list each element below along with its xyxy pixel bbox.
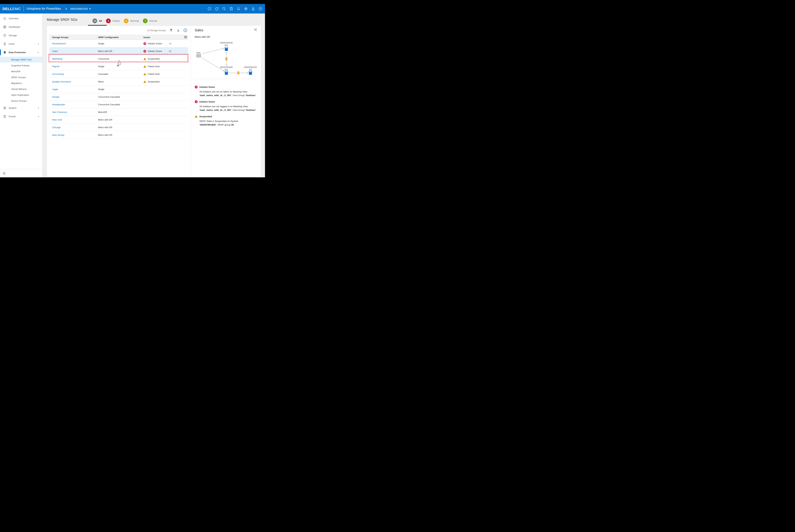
issue-suspended: SuspendedSRDF State is Suspended on Syst…: [195, 115, 255, 127]
warning-icon: [144, 80, 146, 83]
column-header-srdf-configuration[interactable]: SRDF Configuration: [96, 36, 142, 39]
error-icon: [195, 100, 197, 103]
info-icon[interactable]: [208, 7, 211, 11]
content-card: 13 Storage Groups Storage Groups SRDF Co…: [47, 26, 261, 177]
storage-groups-count: 13 Storage Groups: [147, 29, 166, 32]
tab-normal[interactable]: 7Normal: [143, 19, 157, 23]
system-selector[interactable]: 000220002163: [70, 7, 91, 10]
storage-group-link[interactable]: Accounting: [52, 73, 64, 75]
filter-icon[interactable]: [169, 28, 173, 32]
export-download-icon[interactable]: [176, 28, 180, 32]
issue-title: Initiator Down: [200, 100, 215, 103]
column-header-storage-groups[interactable]: Storage Groups: [49, 36, 96, 39]
table-row-quality-assurance[interactable]: Quality AssuranceMetroSuspended: [49, 78, 188, 86]
sidebar-subitem-device-groups[interactable]: Device Groups: [0, 98, 42, 104]
srdf-configuration-cell: Metro with DR: [96, 50, 142, 53]
sidebar-subitem-open-replication[interactable]: Open Replication: [0, 92, 42, 98]
detail-panel-title: Sales: [195, 28, 203, 32]
settings-gear-icon[interactable]: [244, 7, 248, 11]
detail-panel: Sales Metro with DR Host 000297903340 R2…: [190, 26, 261, 177]
issues-cell: Suspended: [142, 80, 188, 83]
sidebar-item-hosts[interactable]: Hosts: [0, 40, 42, 48]
sidebar-item-overview[interactable]: Overview: [0, 14, 42, 23]
sidebar-subitem-srdf-groups[interactable]: SRDF Groups: [0, 74, 42, 80]
table-row-headquarter[interactable]: HeadquarterConcurrent Cascaded: [49, 101, 188, 109]
table-row-payroll[interactable]: PayrollSingleFailed Over: [49, 63, 188, 70]
node-system-label: 000297903340: [220, 42, 233, 44]
sidebar-subitem-migrations[interactable]: Migrations: [0, 80, 42, 86]
severity-tabs: 13All2Critical4Warning7Normal: [93, 17, 157, 24]
sidebar-item-storage[interactable]: Storage: [0, 31, 42, 40]
storage-group-link[interactable]: Sales: [52, 50, 58, 53]
table-row-new-york[interactable]: New YorkMetro with DR: [49, 116, 188, 124]
table-row-accounting[interactable]: AccountingCascadedFailed Over: [49, 70, 188, 78]
sidebar-subitem-snapshot-policies[interactable]: Snapshot Policies: [0, 62, 42, 69]
table-row-san-francisco[interactable]: San FranciscoMetroDR: [49, 109, 188, 116]
node-role-label: R2: [249, 69, 252, 71]
sidebar-item-label: Storage: [9, 34, 17, 37]
dellemc-logo[interactable]: DELLEMC: [2, 7, 21, 11]
storage-group-link[interactable]: Chicago: [52, 126, 61, 129]
search-icon[interactable]: [222, 7, 226, 11]
storage-group-link[interactable]: New Jersey: [52, 134, 64, 136]
error-icon: [195, 86, 197, 89]
refresh-icon[interactable]: [215, 7, 219, 11]
storage-group-link[interactable]: Legal: [52, 88, 58, 91]
shield-icon: [3, 51, 6, 54]
notifications-bell-icon[interactable]: [237, 7, 241, 11]
column-separator: [142, 36, 142, 39]
sidebar-item-events[interactable]: Events: [0, 112, 42, 121]
storage-group-link[interactable]: San Francisco: [52, 111, 67, 113]
column-settings-icon[interactable]: [184, 36, 187, 39]
window-chrome: [0, 0, 265, 4]
close-icon[interactable]: [254, 28, 257, 31]
sidebar-item-data-protection[interactable]: Data Protection: [0, 48, 42, 57]
table-row-sales[interactable]: SalesMetro with DRInitiator Down+2: [49, 48, 188, 55]
column-header-issues[interactable]: Issues: [142, 36, 188, 39]
sidebar-subitem-metrodr[interactable]: MetroDR: [0, 69, 42, 74]
tab-all[interactable]: 13All: [93, 19, 102, 23]
storage-group-link[interactable]: Marketing: [52, 57, 62, 60]
tab-label: Normal: [149, 20, 157, 22]
warning-icon: [144, 73, 146, 76]
issue-initiator-down: Initiator DownAll Initiators are not log…: [195, 100, 255, 112]
table-row-chicago[interactable]: ChicagoMetro with DR: [49, 124, 188, 131]
job-list-icon[interactable]: [229, 7, 233, 11]
host-icon: [196, 54, 201, 57]
user-icon[interactable]: [251, 7, 255, 11]
help-icon[interactable]: ?: [259, 7, 262, 11]
storage-group-link[interactable]: Design: [52, 96, 59, 98]
unisphere-app: { "header": { "logo_bold": "DELL", "logo…: [0, 0, 265, 177]
issue-description: All Initiators are not on fabric on Mask…: [200, 90, 257, 97]
hosts-icon: [3, 42, 6, 45]
storage-group-link[interactable]: Headquarter: [52, 103, 65, 106]
sidebar-subitem-virtual-witness[interactable]: Virtual Witness: [0, 86, 42, 92]
srdf-configuration-cell: Single: [96, 88, 142, 91]
storage-group-link[interactable]: New York: [52, 118, 62, 121]
page-title: Manage SRDF SGs: [47, 18, 77, 22]
tab-warning[interactable]: 4Warning: [124, 19, 139, 23]
table-row-legal[interactable]: LegalSingle: [49, 86, 188, 93]
tab-critical[interactable]: 2Critical: [106, 19, 119, 23]
table-row-design[interactable]: DesignConcurrent Cascaded: [49, 93, 188, 101]
sidebar-item-system[interactable]: System: [0, 104, 42, 112]
sidebar-item-label: Dashboard: [9, 26, 20, 28]
collapse-sidebar-icon[interactable]: [2, 171, 6, 175]
storage-group-link[interactable]: Payroll: [52, 65, 59, 68]
table-row-new-jersey[interactable]: New JerseyMetro with DR: [49, 131, 188, 139]
table-row-development[interactable]: DevelopmentSingleInitiator Down+1: [49, 40, 188, 48]
column-separator: [96, 36, 97, 39]
table-row-marketing[interactable]: MarketingConcurrentSuspended: [49, 55, 188, 63]
sidebar-item-dashboard[interactable]: Dashboard: [0, 23, 42, 31]
issue-initiator-down: Initiator DownAll Initiators are not on …: [195, 86, 255, 97]
srdf-configuration-cell: Concurrent Cascaded: [96, 96, 142, 98]
r11-cylinder-icon: [225, 71, 228, 75]
storage-group-link[interactable]: Quality Assurance: [52, 80, 71, 83]
storage-group-link[interactable]: Development: [52, 42, 66, 45]
error-icon: [144, 50, 146, 53]
app-bar: DELLEMC Unisphere for PowerMax 000220002…: [0, 4, 265, 14]
details-info-icon[interactable]: [184, 28, 187, 32]
sidebar-subitem-manage-srdf-sgs[interactable]: Manage SRDF SGs: [0, 57, 42, 62]
issue-more-count[interactable]: +2: [169, 50, 171, 53]
issue-more-count[interactable]: +1: [169, 42, 171, 45]
